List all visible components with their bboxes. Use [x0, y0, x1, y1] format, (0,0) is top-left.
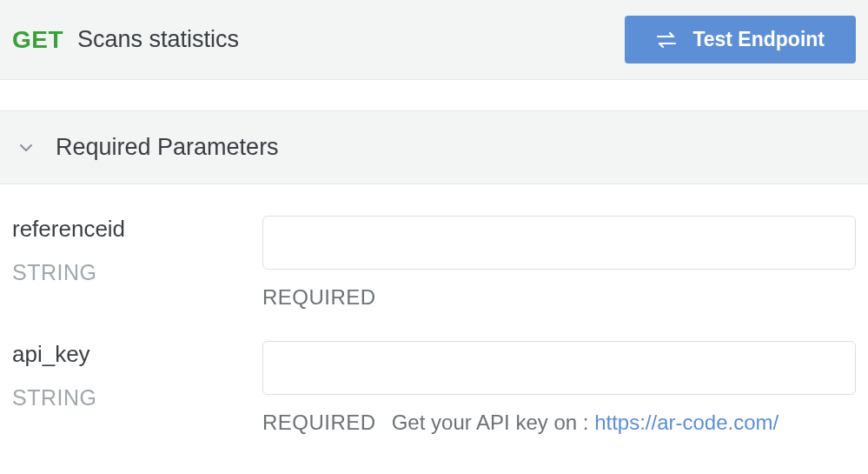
endpoint-header-left: GET Scans statistics — [12, 26, 239, 54]
test-endpoint-button[interactable]: Test Endpoint — [625, 16, 856, 63]
param-meta: REQUIRED — [262, 285, 856, 310]
spacer-strip — [0, 80, 868, 111]
param-meta: REQUIRED Get your API key on : https://a… — [262, 411, 856, 435]
required-tag: REQUIRED — [262, 285, 376, 310]
required-params-section-title: Required Parameters — [56, 134, 279, 161]
test-endpoint-button-label: Test Endpoint — [692, 28, 825, 51]
param-input-api-key[interactable] — [262, 341, 856, 395]
param-name: api_key — [12, 341, 262, 368]
required-params-section-header[interactable]: Required Parameters — [0, 111, 868, 184]
param-description-link[interactable]: https://ar-code.com/ — [594, 411, 779, 434]
param-row: api_key STRING REQUIRED Get your API key… — [0, 310, 868, 435]
required-tag: REQUIRED — [262, 411, 376, 435]
param-row: referenceid STRING REQUIRED — [0, 184, 868, 310]
param-type: STRING — [12, 385, 262, 411]
param-right: REQUIRED — [262, 216, 856, 310]
param-left: api_key STRING — [12, 341, 262, 435]
param-description: Get your API key on : https://ar-code.co… — [392, 411, 779, 435]
param-name: referenceid — [12, 216, 262, 243]
param-input-referenceid[interactable] — [262, 216, 856, 270]
endpoint-title: Scans statistics — [77, 26, 239, 53]
endpoint-header: GET Scans statistics Test Endpoint — [0, 0, 868, 80]
param-left: referenceid STRING — [12, 216, 262, 310]
chevron-down-icon — [17, 139, 35, 157]
param-description-text: Get your API key on : — [392, 411, 594, 434]
swap-arrows-icon — [656, 30, 677, 50]
param-right: REQUIRED Get your API key on : https://a… — [262, 341, 856, 435]
http-method-badge: GET — [12, 26, 63, 54]
param-type: STRING — [12, 260, 262, 285]
param-list: referenceid STRING REQUIRED api_key STRI… — [0, 184, 868, 435]
